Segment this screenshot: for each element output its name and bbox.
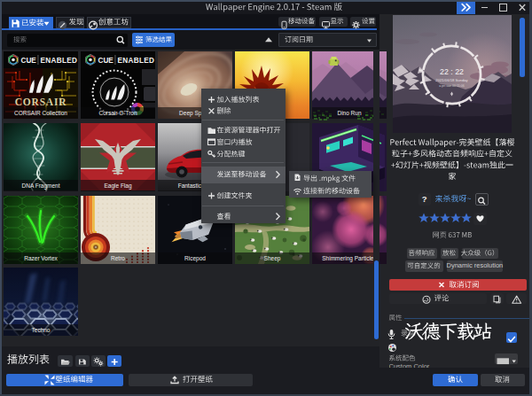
svg-text:CUE: CUE: [21, 57, 37, 65]
svg-text:CORSAIR: CORSAIR: [15, 97, 67, 107]
svg-text:a pri van 00:11:06: a pri van 00:11:06: [439, 83, 465, 87]
svg-text:ENABLED: ENABLED: [41, 57, 78, 65]
svg-text:2021/06/18 Sunday: 2021/06/18 Sunday: [435, 77, 468, 82]
svg-text:22 : 22: 22 : 22: [440, 67, 464, 76]
svg-text:CUE: CUE: [98, 57, 114, 65]
svg-text:ENABLED: ENABLED: [118, 57, 155, 65]
